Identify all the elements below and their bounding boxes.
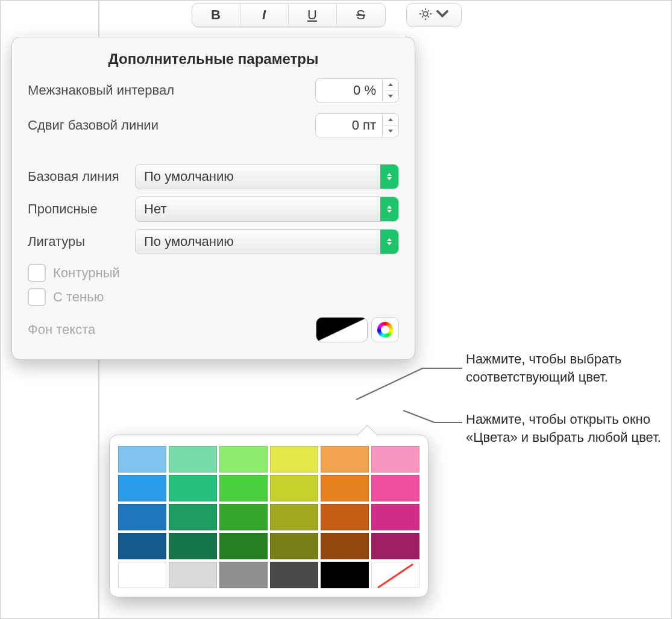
color-swatch[interactable] xyxy=(169,475,217,501)
color-swatch[interactable] xyxy=(371,504,419,530)
color-swatch[interactable] xyxy=(371,562,419,588)
color-swatch[interactable] xyxy=(118,504,166,530)
color-swatch[interactable] xyxy=(321,562,369,588)
color-swatch[interactable] xyxy=(321,475,369,501)
color-swatch[interactable] xyxy=(270,562,318,588)
color-swatch[interactable] xyxy=(219,446,268,473)
color-swatch[interactable] xyxy=(270,504,318,530)
color-swatch[interactable] xyxy=(270,446,318,473)
color-swatch[interactable] xyxy=(118,533,166,559)
color-swatch[interactable] xyxy=(321,446,369,473)
color-swatch[interactable] xyxy=(169,562,217,588)
color-swatch[interactable] xyxy=(169,533,217,559)
color-swatch[interactable] xyxy=(169,504,217,530)
color-swatch[interactable] xyxy=(219,533,268,559)
color-swatch[interactable] xyxy=(270,475,318,501)
callout-colors-window: Нажмите, чтобы открыть окно «Цвета» и вы… xyxy=(466,410,665,446)
color-swatch[interactable] xyxy=(118,446,166,473)
color-swatch[interactable] xyxy=(371,446,419,473)
color-swatch[interactable] xyxy=(371,533,419,559)
color-swatch[interactable] xyxy=(118,475,166,501)
color-swatch[interactable] xyxy=(219,562,268,588)
color-swatch[interactable] xyxy=(321,533,369,559)
color-swatch[interactable] xyxy=(169,446,217,473)
color-swatch[interactable] xyxy=(371,475,419,501)
color-swatch[interactable] xyxy=(270,533,318,559)
color-swatch[interactable] xyxy=(321,504,369,530)
color-swatch-popover xyxy=(109,435,429,597)
color-swatch[interactable] xyxy=(118,562,166,588)
color-swatch[interactable] xyxy=(219,475,268,501)
callout-color-well: Нажмите, чтобы выбрать соответствующий ц… xyxy=(466,350,665,386)
color-swatch[interactable] xyxy=(219,504,268,530)
color-swatch-grid xyxy=(118,446,419,588)
